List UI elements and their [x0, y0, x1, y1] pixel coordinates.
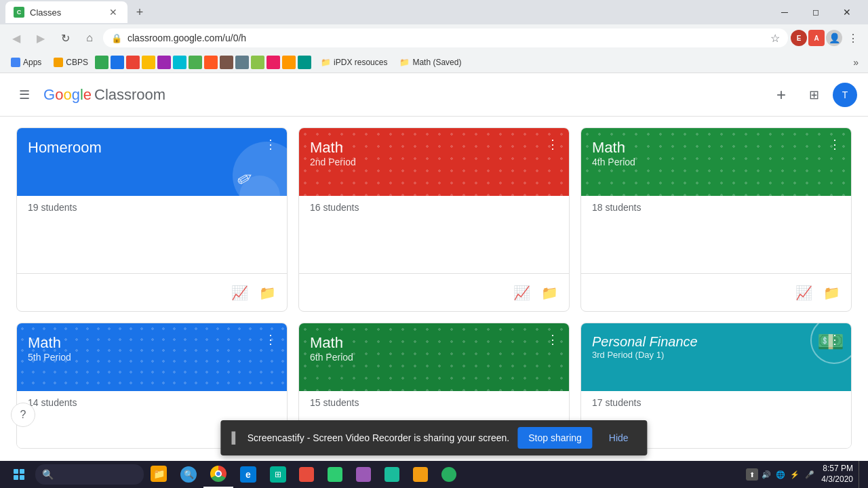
start-button[interactable] — [3, 461, 35, 488]
tb-app-4[interactable] — [378, 461, 406, 488]
tray-icon-bluetooth[interactable]: ⚡ — [789, 468, 801, 481]
notification-text: Screencastify - Screen Video Recorder is… — [248, 432, 509, 443]
forward-button[interactable]: ▶ — [30, 27, 52, 49]
ext-icon-1[interactable]: E — [791, 30, 807, 46]
show-desktop-button[interactable] — [859, 461, 863, 488]
card-spacer-homeroom — [17, 219, 287, 273]
students-count-homeroom: 19 students — [28, 202, 77, 213]
card-menu-pf[interactable]: ⋮ — [824, 329, 846, 350]
bookmark-ipdx[interactable]: 📁 iPDX resouces — [315, 56, 393, 68]
bk-icon-9[interactable] — [220, 56, 233, 69]
card-menu-math4[interactable]: ⋮ — [824, 134, 846, 155]
tray-icon-2[interactable]: 🔊 — [760, 468, 772, 481]
card-menu-math5[interactable]: ⋮ — [260, 329, 281, 350]
tb-app-3[interactable] — [350, 461, 377, 488]
bk-icon-4[interactable] — [142, 56, 155, 69]
bk-icon-8[interactable] — [204, 56, 218, 69]
bk-icon-12[interactable] — [267, 56, 280, 69]
class-card-math-2nd[interactable]: Math 2nd Period ⋮ 16 students 📈 📁 — [298, 127, 570, 312]
class-card-homeroom[interactable]: Homeroom ⋮ ✏ 19 students 📈 📁 — [16, 127, 288, 312]
card-body-homeroom: 19 students — [17, 196, 287, 219]
notification-bar: ▌ Screencastify - Screen Video Recorder … — [220, 420, 647, 455]
card-footer-math2: 📈 📁 — [299, 273, 569, 311]
close-button[interactable]: ✕ — [831, 0, 863, 24]
back-button[interactable]: ◀ — [5, 27, 27, 49]
stats-icon-math2[interactable]: 📈 — [513, 285, 530, 301]
card-menu-homeroom[interactable]: ⋮ — [260, 134, 281, 155]
stop-sharing-button[interactable]: Stop sharing — [517, 427, 593, 449]
card-header-math-4th: Math 4th Period ⋮ — [581, 128, 851, 196]
card-header-personal-finance: 💵 Personal Finance 3rd Period (Day 1) ⋮ — [581, 323, 851, 391]
bk-icon-10[interactable] — [235, 56, 249, 69]
classes-container: Homeroom ⋮ ✏ 19 students 📈 📁 Math — [0, 117, 868, 461]
bk-icon-2[interactable] — [111, 56, 124, 69]
taskbar-app-chrome[interactable] — [203, 461, 233, 488]
google-apps-button[interactable]: ⊞ — [800, 81, 827, 108]
folder-icon: 📁 — [321, 58, 331, 67]
cortana-icon: 🔍 — [180, 466, 197, 483]
class-card-math-4th[interactable]: Math 4th Period ⋮ 18 students 📈 📁 — [580, 127, 852, 312]
taskbar-app-edge[interactable]: e — [233, 461, 263, 488]
address-bar[interactable]: 🔒 classroom.google.com/u/0/h ☆ — [103, 28, 788, 47]
card-subtitle-math5: 5th Period — [28, 352, 276, 363]
chrome-menu-icon[interactable]: ⋮ — [844, 28, 863, 47]
hide-button[interactable]: Hide — [601, 427, 637, 449]
taskbar-app-search[interactable]: 🔍 — [174, 461, 203, 488]
stats-icon-math4[interactable]: 📈 — [795, 285, 812, 301]
bk-icon-gdrive[interactable] — [95, 56, 108, 69]
bk-icon-14[interactable] — [298, 56, 311, 69]
system-tray: ⬆ 🔊 🌐 ⚡ 🎤 8:57 PM 4/3/2020 — [746, 461, 865, 488]
bk-icon-6[interactable] — [173, 56, 186, 69]
minimize-button[interactable]: ─ — [769, 0, 800, 24]
bookmark-apps[interactable]: Apps — [5, 56, 47, 68]
folder-icon-math2[interactable]: 📁 — [541, 285, 558, 301]
tray-icon-3[interactable]: 🌐 — [774, 468, 787, 481]
tab-close-icon[interactable]: ✕ — [107, 6, 119, 18]
ext-icon-2[interactable]: A — [808, 30, 825, 46]
new-tab-button[interactable]: + — [130, 3, 149, 22]
refresh-button[interactable]: ↻ — [54, 27, 76, 49]
bk-icon-7[interactable] — [189, 56, 202, 69]
stats-icon-homeroom[interactable]: 📈 — [231, 285, 248, 301]
hamburger-menu[interactable]: ☰ — [11, 81, 38, 108]
card-menu-math2[interactable]: ⋮ — [542, 134, 564, 155]
bookmark-math-saved[interactable]: 📁 Math (Saved) — [394, 56, 467, 68]
tb-app-1[interactable] — [293, 461, 320, 488]
search-taskbar[interactable]: 🔍 — [35, 464, 144, 485]
app-header: ☰ Google Classroom + ⊞ T — [0, 73, 868, 117]
help-button[interactable]: ? — [11, 403, 35, 427]
bk-icon-5[interactable] — [157, 56, 171, 69]
card-menu-math6[interactable]: ⋮ — [542, 329, 564, 350]
card-body-math4: 18 students — [581, 196, 851, 219]
bookmark-star-icon[interactable]: ☆ — [770, 32, 780, 45]
bk-icon-11[interactable] — [251, 56, 264, 69]
card-subtitle-math4: 4th Period — [592, 157, 840, 167]
bookmarks-more-icon[interactable]: » — [849, 56, 863, 69]
bk-icon-3[interactable] — [126, 56, 140, 69]
bookmarks-bar: Apps CBPS 📁 iPDX resouces 📁 Math (Saved)… — [0, 52, 868, 73]
tray-icon-1[interactable]: ⬆ — [746, 468, 758, 481]
user-avatar[interactable]: T — [833, 83, 857, 107]
card-title-math6: Math — [310, 334, 558, 352]
maximize-button[interactable]: ◻ — [800, 0, 831, 24]
chrome-icon — [210, 466, 226, 482]
tb-app-6[interactable] — [435, 461, 462, 488]
folder-icon-math4[interactable]: 📁 — [823, 285, 840, 301]
card-title-math5: Math — [28, 334, 276, 352]
taskbar-clock[interactable]: 8:57 PM 4/3/2020 — [818, 464, 856, 485]
home-button[interactable]: ⌂ — [79, 27, 100, 49]
bookmark-cbps[interactable]: CBPS — [48, 56, 94, 68]
taskbar-app-explorer[interactable]: 📁 — [144, 461, 174, 488]
bk-icon-13[interactable] — [282, 56, 296, 69]
tb-app-2[interactable] — [321, 461, 349, 488]
apps-bk-icon — [11, 58, 20, 67]
taskbar-mic[interactable]: 🎤 — [804, 468, 816, 481]
tab-title: Classes — [30, 7, 61, 18]
browser-tab[interactable]: C Classes ✕ — [5, 1, 127, 23]
ext-icon-3[interactable]: 👤 — [826, 30, 842, 46]
add-class-button[interactable]: + — [768, 81, 795, 108]
folder-icon-homeroom[interactable]: 📁 — [259, 285, 276, 301]
tb-app-5[interactable] — [407, 461, 434, 488]
taskbar-app-misc[interactable]: ⊞ — [263, 461, 293, 488]
extension-area: E A 👤 ⋮ — [791, 28, 863, 47]
